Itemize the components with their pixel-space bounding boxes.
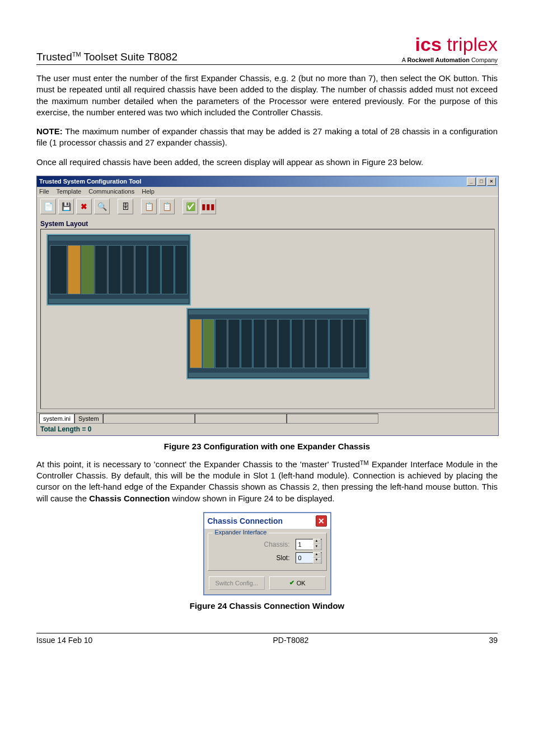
menu-file[interactable]: File: [39, 188, 49, 195]
switch-config-button[interactable]: Switch Config...: [209, 576, 265, 590]
close-button[interactable]: ×: [487, 177, 496, 186]
chassis-label: Chassis:: [264, 541, 289, 548]
footer-center: PD-T8082: [273, 636, 309, 645]
paragraph-4: At this point, it is necessary to 'conne…: [36, 459, 498, 504]
module-slot[interactable]: [203, 319, 215, 368]
slot[interactable]: [304, 319, 316, 368]
spin-down-icon[interactable]: ▼: [313, 558, 321, 564]
slot[interactable]: [241, 319, 253, 368]
logo-sub: A Rockwell Automation Company: [402, 57, 498, 63]
toolbar: 📄 💾 ✖ 🔍 🗄 📋 📋 ✅ ▮▮▮: [37, 196, 498, 217]
slot[interactable]: [135, 245, 148, 294]
paragraph-note: NOTE: The maximum number of expander cha…: [36, 126, 498, 149]
slot[interactable]: [329, 319, 341, 368]
slot[interactable]: [95, 245, 107, 294]
maximize-button[interactable]: □: [477, 177, 486, 186]
slot-label: Slot:: [276, 554, 289, 562]
layout-canvas[interactable]: [40, 229, 495, 409]
title-tm: TM: [72, 51, 81, 58]
slot[interactable]: [108, 245, 121, 294]
logo-text-light: triplex: [442, 34, 498, 55]
dialog-title: Chassis Connection: [208, 516, 283, 525]
spin-down-icon[interactable]: ▼: [313, 544, 321, 550]
chassis-icon[interactable]: 🗄: [118, 199, 133, 214]
menu-communications[interactable]: Communications: [88, 188, 134, 195]
window-controls: _ □ ×: [467, 177, 496, 186]
status-cell: [195, 414, 287, 424]
spin-up-icon[interactable]: ▲: [313, 552, 321, 558]
slot[interactable]: [215, 319, 227, 368]
app-window: Trusted System Configuration Tool _ □ × …: [36, 176, 499, 436]
spin-up-icon[interactable]: ▲: [313, 539, 321, 544]
save-icon[interactable]: 💾: [58, 199, 74, 214]
logo-main: ics triplex: [402, 34, 498, 55]
paragraph-3: Once all required chassis have been adde…: [36, 157, 498, 168]
slot[interactable]: [161, 245, 174, 294]
dialog-titlebar: Chassis Connection ✕: [204, 513, 330, 529]
slot[interactable]: [228, 319, 240, 368]
slot[interactable]: [266, 319, 278, 368]
menu-help[interactable]: Help: [142, 188, 154, 195]
page-header: TrustedTM Toolset Suite T8082 ics triple…: [36, 34, 498, 65]
slot-spinner[interactable]: 0 ▲ ▼: [296, 552, 322, 564]
check-icon[interactable]: ✅: [182, 199, 198, 214]
logo-text-bold: ics: [415, 34, 442, 55]
group-legend: Expander Interface: [213, 529, 269, 536]
total-length: Total Length = 0: [37, 424, 498, 435]
expander-interface-group: Expander Interface Chassis: 1 ▲ ▼ Slot: …: [208, 533, 327, 571]
slot[interactable]: [253, 319, 265, 368]
slot[interactable]: [354, 319, 367, 368]
footer-right: 39: [489, 636, 498, 645]
module-slot[interactable]: [68, 245, 81, 294]
footer-left: Issue 14 Feb 10: [36, 636, 92, 645]
status-file[interactable]: system.ini: [39, 414, 74, 424]
title-suffix: Toolset Suite T8082: [81, 51, 178, 63]
statusbar: system.ini System: [37, 412, 498, 424]
page-footer: Issue 14 Feb 10 PD-T8082 39: [36, 633, 498, 645]
controller-chassis[interactable]: [46, 234, 191, 306]
dialog-button-row: Switch Config... ✔ OK: [204, 574, 330, 594]
slot[interactable]: [50, 245, 67, 294]
search-icon[interactable]: 🔍: [94, 199, 110, 214]
slot[interactable]: [291, 319, 303, 368]
chassis-field-row: Chassis: 1 ▲ ▼: [213, 539, 322, 550]
logo: ics triplex A Rockwell Automation Compan…: [402, 34, 498, 63]
ok-button[interactable]: ✔ OK: [269, 576, 326, 590]
bars-icon[interactable]: ▮▮▮: [200, 199, 216, 214]
slot-value: 0: [298, 555, 302, 561]
slot[interactable]: [342, 319, 354, 368]
slot[interactable]: [148, 245, 161, 294]
title-prefix: Trusted: [36, 51, 72, 63]
status-cell: [287, 414, 378, 424]
menu-template[interactable]: Template: [57, 188, 82, 195]
slot-field-row: Slot: 0 ▲ ▼: [213, 552, 322, 564]
chassis-value: 1: [298, 541, 302, 548]
header-title: TrustedTM Toolset Suite T8082: [36, 51, 177, 63]
copy-icon[interactable]: 📋: [141, 199, 157, 214]
app-title: Trusted System Configuration Tool: [39, 178, 142, 185]
chassis-spinner[interactable]: 1 ▲ ▼: [296, 539, 322, 550]
chassis-connection-dialog: Chassis Connection ✕ Expander Interface …: [203, 512, 331, 595]
menubar: File Template Communications Help: [37, 187, 498, 196]
module-slot[interactable]: [190, 319, 202, 368]
figure-24-caption: Figure 24 Chassis Connection Window: [36, 601, 498, 611]
expander-chassis[interactable]: [186, 308, 370, 379]
paste-icon[interactable]: 📋: [159, 199, 175, 214]
figure-23-caption: Figure 23 Configuration with one Expande…: [36, 442, 498, 451]
delete-icon[interactable]: ✖: [76, 199, 92, 214]
status-tab-system[interactable]: System: [74, 414, 103, 424]
note-label: NOTE:: [36, 126, 63, 136]
system-layout-label: System Layout: [37, 217, 498, 229]
slot[interactable]: [278, 319, 291, 368]
new-icon[interactable]: 📄: [40, 199, 56, 214]
paragraph-1: The user must enter the number of the fi…: [36, 73, 498, 118]
close-icon[interactable]: ✕: [316, 515, 327, 527]
check-icon: ✔: [289, 579, 294, 586]
slot[interactable]: [316, 319, 329, 368]
status-cell: [103, 414, 195, 424]
titlebar: Trusted System Configuration Tool _ □ ×: [37, 176, 498, 187]
slot[interactable]: [175, 245, 188, 294]
module-slot[interactable]: [81, 245, 94, 294]
minimize-button[interactable]: _: [467, 177, 476, 186]
slot[interactable]: [121, 245, 134, 294]
